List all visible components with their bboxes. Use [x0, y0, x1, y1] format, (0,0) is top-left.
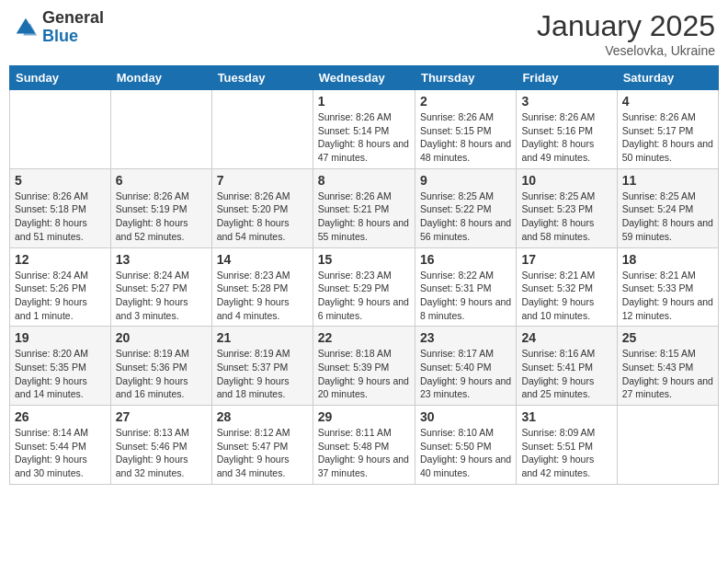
day-number: 12	[15, 252, 106, 267]
day-number: 28	[217, 409, 308, 424]
day-number: 22	[318, 330, 410, 345]
day-of-week-header: Wednesday	[313, 66, 415, 90]
calendar-cell: 13Sunrise: 8:24 AM Sunset: 5:27 PM Dayli…	[110, 247, 211, 327]
location: Veselovka, Ukraine	[537, 43, 715, 58]
day-number: 1	[318, 94, 410, 109]
day-of-week-header: Saturday	[617, 66, 718, 90]
calendar-cell: 3Sunrise: 8:26 AM Sunset: 5:16 PM Daylig…	[517, 90, 617, 169]
calendar-cell: 19Sunrise: 8:20 AM Sunset: 5:35 PM Dayli…	[10, 327, 111, 406]
day-number: 17	[521, 252, 611, 267]
calendar-cell: 31Sunrise: 8:09 AM Sunset: 5:51 PM Dayli…	[517, 406, 617, 485]
calendar-cell: 29Sunrise: 8:11 AM Sunset: 5:48 PM Dayli…	[313, 406, 415, 485]
calendar-cell	[110, 90, 211, 169]
calendar-table: SundayMondayTuesdayWednesdayThursdayFrid…	[9, 65, 719, 485]
day-info: Sunrise: 8:25 AM Sunset: 5:22 PM Dayligh…	[420, 190, 511, 244]
day-number: 7	[217, 173, 308, 188]
day-number: 31	[521, 409, 611, 424]
day-info: Sunrise: 8:21 AM Sunset: 5:32 PM Dayligh…	[521, 269, 611, 323]
calendar-cell: 2Sunrise: 8:26 AM Sunset: 5:15 PM Daylig…	[415, 90, 516, 169]
day-number: 6	[116, 173, 207, 188]
day-of-week-header: Sunday	[10, 66, 111, 90]
day-number: 10	[521, 173, 611, 188]
day-number: 13	[116, 252, 207, 267]
calendar-cell: 28Sunrise: 8:12 AM Sunset: 5:47 PM Dayli…	[211, 406, 313, 485]
calendar-cell: 15Sunrise: 8:23 AM Sunset: 5:29 PM Dayli…	[313, 247, 415, 327]
day-info: Sunrise: 8:11 AM Sunset: 5:48 PM Dayligh…	[318, 426, 410, 480]
day-info: Sunrise: 8:10 AM Sunset: 5:50 PM Dayligh…	[420, 426, 511, 480]
day-number: 26	[15, 409, 106, 424]
day-number: 3	[521, 94, 611, 109]
day-of-week-header: Friday	[517, 66, 617, 90]
calendar-cell: 18Sunrise: 8:21 AM Sunset: 5:33 PM Dayli…	[617, 247, 718, 327]
calendar-cell: 26Sunrise: 8:14 AM Sunset: 5:44 PM Dayli…	[10, 406, 111, 485]
calendar-cell: 7Sunrise: 8:26 AM Sunset: 5:20 PM Daylig…	[211, 168, 313, 247]
day-info: Sunrise: 8:19 AM Sunset: 5:36 PM Dayligh…	[116, 347, 207, 401]
day-info: Sunrise: 8:20 AM Sunset: 5:35 PM Dayligh…	[15, 347, 106, 401]
day-info: Sunrise: 8:25 AM Sunset: 5:23 PM Dayligh…	[521, 190, 611, 244]
day-of-week-header: Monday	[110, 66, 211, 90]
day-number: 9	[420, 173, 511, 188]
day-number: 14	[217, 252, 308, 267]
calendar-cell: 11Sunrise: 8:25 AM Sunset: 5:24 PM Dayli…	[617, 168, 718, 247]
day-info: Sunrise: 8:17 AM Sunset: 5:40 PM Dayligh…	[420, 347, 511, 401]
day-info: Sunrise: 8:23 AM Sunset: 5:29 PM Dayligh…	[318, 269, 410, 323]
calendar-cell: 17Sunrise: 8:21 AM Sunset: 5:32 PM Dayli…	[517, 247, 617, 327]
day-info: Sunrise: 8:26 AM Sunset: 5:14 PM Dayligh…	[318, 110, 410, 165]
day-number: 8	[318, 173, 410, 188]
day-number: 29	[318, 409, 410, 424]
day-info: Sunrise: 8:26 AM Sunset: 5:18 PM Dayligh…	[15, 190, 106, 244]
day-info: Sunrise: 8:09 AM Sunset: 5:51 PM Dayligh…	[521, 426, 611, 480]
day-number: 11	[622, 173, 713, 188]
day-info: Sunrise: 8:24 AM Sunset: 5:26 PM Dayligh…	[15, 269, 106, 323]
day-number: 21	[217, 330, 308, 345]
day-info: Sunrise: 8:12 AM Sunset: 5:47 PM Dayligh…	[217, 426, 308, 480]
calendar-cell: 8Sunrise: 8:26 AM Sunset: 5:21 PM Daylig…	[313, 168, 415, 247]
day-info: Sunrise: 8:22 AM Sunset: 5:31 PM Dayligh…	[420, 269, 511, 323]
day-info: Sunrise: 8:13 AM Sunset: 5:46 PM Dayligh…	[116, 426, 207, 480]
calendar-cell: 22Sunrise: 8:18 AM Sunset: 5:39 PM Dayli…	[313, 327, 415, 406]
day-number: 20	[116, 330, 207, 345]
calendar-cell: 14Sunrise: 8:23 AM Sunset: 5:28 PM Dayli…	[211, 247, 313, 327]
calendar-cell: 24Sunrise: 8:16 AM Sunset: 5:41 PM Dayli…	[517, 327, 617, 406]
logo-icon	[13, 15, 39, 40]
day-info: Sunrise: 8:26 AM Sunset: 5:15 PM Dayligh…	[420, 110, 511, 165]
day-info: Sunrise: 8:26 AM Sunset: 5:19 PM Dayligh…	[116, 190, 207, 244]
day-number: 18	[622, 252, 713, 267]
calendar-cell: 20Sunrise: 8:19 AM Sunset: 5:36 PM Dayli…	[110, 327, 211, 406]
day-of-week-header: Thursday	[415, 66, 516, 90]
day-info: Sunrise: 8:26 AM Sunset: 5:20 PM Dayligh…	[217, 190, 308, 244]
calendar-cell: 27Sunrise: 8:13 AM Sunset: 5:46 PM Dayli…	[110, 406, 211, 485]
calendar-cell	[211, 90, 313, 169]
calendar-cell: 25Sunrise: 8:15 AM Sunset: 5:43 PM Dayli…	[617, 327, 718, 406]
day-info: Sunrise: 8:23 AM Sunset: 5:28 PM Dayligh…	[217, 269, 308, 323]
calendar-cell: 21Sunrise: 8:19 AM Sunset: 5:37 PM Dayli…	[211, 327, 313, 406]
day-info: Sunrise: 8:19 AM Sunset: 5:37 PM Dayligh…	[217, 347, 308, 401]
calendar-cell: 6Sunrise: 8:26 AM Sunset: 5:19 PM Daylig…	[110, 168, 211, 247]
day-info: Sunrise: 8:24 AM Sunset: 5:27 PM Dayligh…	[116, 269, 207, 323]
calendar-cell: 10Sunrise: 8:25 AM Sunset: 5:23 PM Dayli…	[517, 168, 617, 247]
day-info: Sunrise: 8:16 AM Sunset: 5:41 PM Dayligh…	[521, 347, 611, 401]
calendar-cell: 9Sunrise: 8:25 AM Sunset: 5:22 PM Daylig…	[415, 168, 516, 247]
day-info: Sunrise: 8:26 AM Sunset: 5:21 PM Dayligh…	[318, 190, 410, 244]
logo: General Blue	[13, 9, 104, 46]
day-info: Sunrise: 8:15 AM Sunset: 5:43 PM Dayligh…	[622, 347, 713, 401]
calendar-cell: 16Sunrise: 8:22 AM Sunset: 5:31 PM Dayli…	[415, 247, 516, 327]
page-header: General Blue January 2025 Veselovka, Ukr…	[9, 9, 719, 58]
day-number: 27	[116, 409, 207, 424]
day-number: 19	[15, 330, 106, 345]
calendar-cell: 12Sunrise: 8:24 AM Sunset: 5:26 PM Dayli…	[10, 247, 111, 327]
calendar-cell	[10, 90, 111, 169]
calendar-cell: 4Sunrise: 8:26 AM Sunset: 5:17 PM Daylig…	[617, 90, 718, 169]
day-info: Sunrise: 8:21 AM Sunset: 5:33 PM Dayligh…	[622, 269, 713, 323]
month-title: January 2025	[537, 9, 715, 43]
day-info: Sunrise: 8:25 AM Sunset: 5:24 PM Dayligh…	[622, 190, 713, 244]
calendar-cell: 1Sunrise: 8:26 AM Sunset: 5:14 PM Daylig…	[313, 90, 415, 169]
day-number: 5	[15, 173, 106, 188]
logo-text: General Blue	[42, 9, 104, 46]
day-info: Sunrise: 8:18 AM Sunset: 5:39 PM Dayligh…	[318, 347, 410, 401]
day-number: 4	[622, 94, 713, 109]
day-number: 23	[420, 330, 511, 345]
calendar-cell: 30Sunrise: 8:10 AM Sunset: 5:50 PM Dayli…	[415, 406, 516, 485]
calendar-cell: 5Sunrise: 8:26 AM Sunset: 5:18 PM Daylig…	[10, 168, 111, 247]
day-number: 16	[420, 252, 511, 267]
